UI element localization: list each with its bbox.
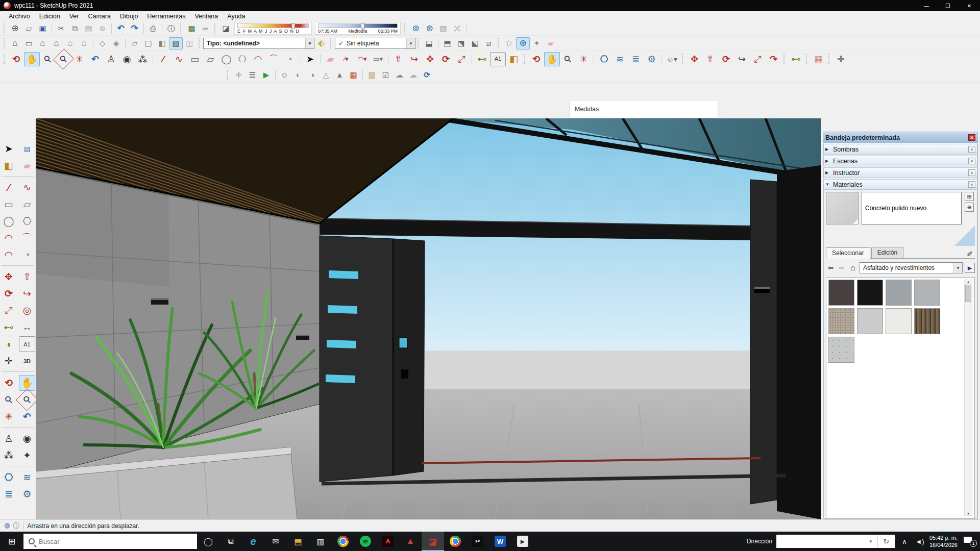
cortana-icon[interactable]: ◯ — [197, 532, 219, 551]
edge-icon[interactable]: e — [242, 532, 264, 551]
nav-compass-icon[interactable]: ✦ — [19, 447, 35, 463]
undo-icon[interactable]: ↶ — [114, 22, 128, 35]
text-icon[interactable]: A1 — [19, 336, 35, 352]
measurements-box[interactable]: Medidas — [569, 100, 718, 118]
view-back-icon[interactable]: ⌂ — [63, 37, 77, 49]
arc-menu-icon[interactable]: ◠▾ — [354, 52, 370, 66]
section-close-button[interactable]: × — [968, 146, 975, 153]
interact-icon[interactable]: ☺ — [278, 69, 291, 81]
view-iso-icon[interactable]: ⌂ — [8, 37, 22, 49]
soften-edges-icon[interactable]: △ — [319, 69, 333, 81]
credits-info-icon[interactable]: ⓘ — [13, 521, 19, 531]
tray-section-escenas[interactable]: ▶ Escenas × — [823, 156, 977, 166]
zoom-icon-2[interactable]: ⚲ — [557, 48, 579, 70]
position-camera-icon[interactable]: ♙ — [1, 431, 17, 446]
axes-icon[interactable]: ✛ — [1, 353, 17, 369]
back-arrow-icon[interactable]: ⇦ — [826, 264, 835, 272]
previous-view-icon[interactable]: ↶ — [87, 52, 103, 66]
material-swatch[interactable] — [828, 308, 854, 334]
section-close-button[interactable]: × — [968, 169, 975, 176]
chrome-icon-2[interactable] — [444, 532, 467, 551]
sketchup-icon[interactable]: ◪ — [422, 532, 444, 551]
arc-icon[interactable]: ◠ — [250, 52, 266, 66]
create-material-button[interactable]: ⊕ — [965, 203, 974, 212]
material-swatch[interactable] — [857, 280, 883, 306]
material-swatch[interactable] — [886, 308, 912, 334]
menu-ver[interactable]: Ver — [65, 12, 84, 21]
shape-menu-icon[interactable]: ▭▾ — [370, 52, 386, 66]
two-point-arc-icon[interactable]: ⌒ — [19, 230, 35, 246]
eyedropper-icon[interactable]: ✐ — [965, 250, 975, 258]
tray-header[interactable]: Bandeja predeterminada ✕ — [823, 132, 977, 143]
style-shaded-icon[interactable]: ◧ — [155, 37, 169, 49]
style-back-edges-icon[interactable]: ◈ — [109, 37, 123, 49]
line-icon[interactable]: ∕ — [1, 180, 17, 195]
search-input[interactable] — [39, 538, 192, 545]
shadow-time-slider[interactable]: 07:35 AM Mediodía 05:33 PM — [315, 22, 401, 35]
make-component-icon[interactable]: ⧈ — [19, 141, 35, 157]
cloud-refresh-icon[interactable]: ⟳ — [420, 69, 434, 81]
scale-icon-2[interactable]: ⤢ — [750, 52, 766, 66]
scale-icon[interactable]: ⤢ — [1, 303, 17, 318]
mail-icon[interactable]: ✉ — [264, 532, 287, 551]
maximize-button[interactable]: ❐ — [937, 0, 959, 11]
warehouse-share-icon[interactable]: ≣ — [628, 52, 644, 66]
arc-icon[interactable]: ◠ — [1, 230, 17, 246]
freehand-icon[interactable]: ∿ — [171, 52, 187, 66]
offset-icon[interactable]: ◎ — [19, 303, 35, 318]
orbit-icon-2[interactable]: ⟲ — [528, 52, 544, 66]
extension-warehouse-icon[interactable]: ≋ — [19, 469, 35, 485]
expand-arrow-icon[interactable]: ▶ — [825, 159, 833, 163]
play-animation-icon[interactable]: ▶ — [259, 69, 273, 81]
warehouse-settings-icon[interactable]: ⚙ — [644, 52, 659, 66]
redo-icon[interactable]: ↷ — [128, 22, 141, 35]
start-button[interactable]: ⊞ — [0, 532, 23, 551]
freehand-icon[interactable]: ∿ — [19, 180, 35, 195]
address-combobox[interactable]: ▾ ↻ — [776, 535, 895, 548]
circle-icon[interactable]: ◯ — [1, 213, 17, 229]
speaker-icon[interactable]: ◄) — [914, 538, 925, 545]
material-swatch[interactable] — [886, 280, 912, 306]
polygon-icon[interactable]: ⎔ — [234, 52, 250, 66]
line-menu-icon[interactable]: ∕▾ — [338, 52, 354, 66]
solid-outer-shell-icon[interactable]: ⬓ — [422, 37, 436, 49]
notification-center-icon[interactable]: 1 — [964, 536, 977, 547]
menu-edicion[interactable]: Edición — [35, 12, 65, 21]
3d-warehouse-icon[interactable]: ⎔ — [1, 469, 17, 485]
secondary-pane-button[interactable]: ⊞ — [965, 192, 974, 201]
select-icon[interactable]: ➤ — [1, 141, 17, 157]
tray-section-sombras[interactable]: ▶ Sombras × — [823, 144, 977, 155]
photo-textures-icon[interactable]: ▧ — [436, 22, 450, 35]
taskbar-search[interactable] — [23, 534, 197, 549]
rotate-icon[interactable]: ⟳ — [1, 286, 17, 302]
section-plane-icon[interactable]: ▦ — [811, 52, 826, 66]
rotate-copy-icon[interactable]: ↷ — [766, 52, 781, 66]
view-front-icon[interactable]: ⌂ — [36, 37, 50, 49]
walk-icon[interactable]: ⁂ — [1, 447, 17, 463]
move-icon-2[interactable]: ✥ — [687, 52, 702, 66]
tab-edicion[interactable]: Edición — [871, 247, 903, 258]
solid-intersect-icon[interactable]: ⧄ — [482, 37, 496, 49]
swatch-scrollbar[interactable]: ▲ ▼ — [964, 280, 972, 516]
scale-icon[interactable]: ⤢ — [454, 52, 470, 66]
classifier-tag-icon[interactable]: ⬖ — [314, 37, 328, 49]
material-category-select[interactable]: Asfaltado y revestimientos ▾ — [860, 262, 963, 273]
rectangle-icon[interactable]: ▭ — [1, 196, 17, 212]
pie-icon[interactable]: ◔ — [19, 247, 35, 263]
taskbar-clock[interactable]: 05:42 p. m. 16/04/2026 — [929, 534, 958, 549]
erase-icon[interactable]: ⊗ — [95, 22, 109, 35]
chevron-down-icon[interactable]: ▾ — [864, 539, 877, 544]
tab-seleccionar[interactable]: Seleccionar — [826, 247, 870, 259]
word-icon[interactable]: W — [489, 532, 511, 551]
xray-box-icon[interactable]: ▦ — [347, 69, 360, 81]
two-point-arc-icon[interactable]: ⌒ — [266, 52, 282, 66]
previous-view-icon[interactable]: ↶ — [19, 409, 35, 424]
date-slider-handle[interactable] — [291, 23, 295, 29]
classification-type-select[interactable]: Tipo: <undefined> ▾ — [203, 38, 314, 49]
polygon-icon[interactable]: ⎔ — [19, 213, 35, 229]
viewport[interactable] — [36, 118, 821, 519]
send-to-layout-icon[interactable]: ➦ — [199, 22, 212, 35]
chevron-down-icon[interactable]: ▾ — [406, 38, 415, 48]
walk-icon[interactable]: ⁂ — [135, 52, 151, 66]
model-info-icon[interactable]: ⓘ — [164, 22, 178, 35]
